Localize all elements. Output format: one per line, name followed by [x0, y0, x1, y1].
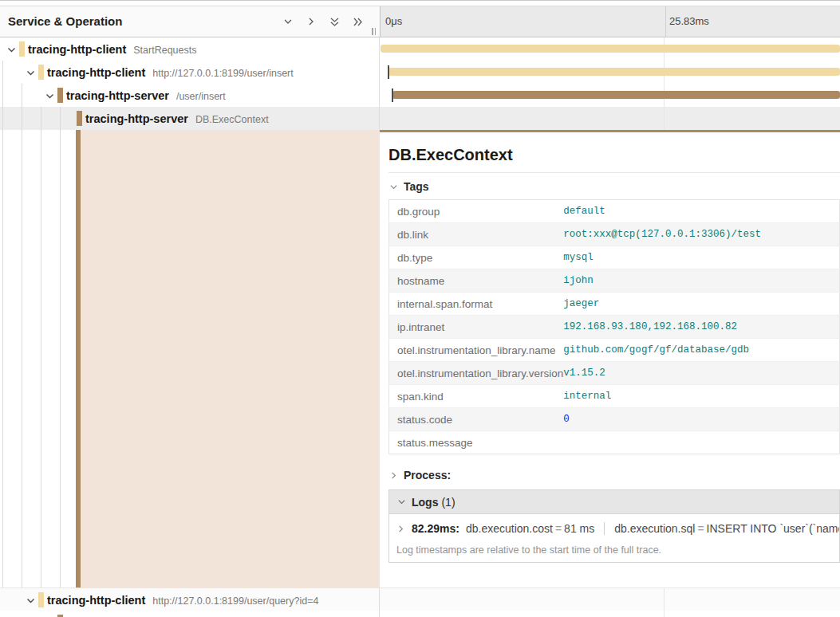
tags-section-header[interactable]: Tags [388, 176, 840, 197]
trace-timeline-view: Service & Operation 0μs 25.83ms [0, 0, 840, 617]
service-color-bar [19, 41, 25, 57]
logs-count: (1) [441, 496, 455, 509]
log-timestamp: 82.29ms: [412, 522, 459, 535]
service-name: tracing-http-server [66, 89, 169, 102]
chevron-right-icon[interactable] [305, 15, 317, 28]
double-chevron-down-icon[interactable] [328, 15, 341, 28]
span-row-user-insert-server[interactable]: tracing-http-server/user/insert [0, 84, 840, 107]
tag-row: ip.intranet192.168.93.180,192.168.100.82 [389, 316, 840, 339]
detail-divider [388, 172, 840, 173]
tag-key: status.code [389, 408, 564, 431]
chevron-right-icon [396, 524, 405, 533]
service-operation-header: Service & Operation [0, 6, 380, 37]
span-row-user-query-client[interactable]: tracing-http-clienthttp://127.0.0.1:8199… [0, 588, 840, 611]
span-row-partial[interactable] [0, 611, 840, 617]
service-name: tracing-http-server [85, 112, 188, 125]
tag-key: db.type [389, 246, 564, 269]
tag-value [563, 431, 839, 454]
tag-value: internal [563, 385, 839, 408]
span-detail-row: DB.ExecContext Tags db.groupdefault db.l… [0, 130, 840, 588]
double-chevron-right-icon[interactable] [351, 15, 364, 28]
tag-row: span.kindinternal [389, 385, 840, 408]
chevron-down-icon[interactable] [26, 595, 36, 605]
service-color-bar [38, 65, 44, 80]
indent-guide [60, 107, 61, 588]
span-detail-indent [0, 130, 380, 588]
tag-row: internal.span.formatjaeger [389, 293, 840, 316]
timeline-header: Service & Operation 0μs 25.83ms [0, 6, 840, 37]
tag-key: otel.instrumentation_library.name [389, 339, 564, 362]
service-color-bar [38, 592, 44, 607]
timeline-ruler: 0μs 25.83ms [380, 6, 840, 37]
tag-row: status.code0 [389, 408, 840, 431]
service-color-bar [77, 111, 82, 126]
tag-key: db.group [389, 200, 564, 223]
operation-name: DB.ExecContext [195, 114, 269, 125]
span-detail-title: DB.ExecContext [388, 145, 840, 164]
tag-row: db.groupdefault [389, 200, 840, 223]
logs-section-label: Logs [412, 496, 438, 509]
chevron-down-icon [396, 497, 406, 507]
log-entry[interactable]: 82.29ms: db.execution.cost=81 ms db.exec… [389, 514, 839, 543]
service-operation-title: Service & Operation [8, 6, 122, 37]
span-duration-bar[interactable] [392, 91, 840, 99]
tag-row: otel.instrumentation_library.versionv1.1… [389, 362, 840, 385]
tag-key: span.kind [389, 385, 564, 408]
chevron-down-icon[interactable] [282, 15, 294, 28]
log-field: db.execution.cost=81 ms [466, 522, 594, 535]
tag-row: status.message [389, 431, 840, 454]
process-section-label: Process: [404, 469, 451, 481]
tag-row: db.typemysql [389, 246, 840, 269]
ruler-tick-label: 25.83ms [669, 6, 709, 37]
chevron-down-icon[interactable] [26, 67, 36, 77]
ruler-gridline [665, 6, 666, 37]
process-section-header[interactable]: Process: [388, 466, 840, 485]
expand-collapse-controls [282, 6, 364, 37]
log-timestamps-note: Log timestamps are relative to the start… [389, 543, 839, 562]
tag-key: status.message [389, 431, 564, 454]
indent-guide [41, 107, 41, 588]
span-start-tick [392, 88, 393, 102]
span-start-tick [388, 65, 389, 79]
operation-name: StartRequests [133, 45, 196, 56]
logs-accordion: Logs (1) 82.29ms: db.execution.cost=81 m… [388, 489, 840, 563]
tag-value: jaeger [563, 293, 839, 316]
tag-value: 0 [563, 408, 839, 431]
tag-row: otel.instrumentation_library.namegithub.… [389, 339, 840, 362]
span-row-db-exec-context[interactable]: tracing-http-serverDB.ExecContext [0, 107, 840, 130]
tag-key: ip.intranet [389, 316, 564, 339]
chevron-right-icon [388, 470, 398, 480]
log-field-divider [604, 522, 605, 535]
tag-key: otel.instrumentation_library.version [389, 362, 564, 385]
span-row-user-insert-client[interactable]: tracing-http-clienthttp://127.0.0.1:8199… [0, 61, 840, 84]
tag-key: internal.span.format [389, 293, 564, 316]
chevron-down-icon[interactable] [6, 44, 17, 54]
timeline-gridline [664, 107, 665, 130]
tag-key: db.link [389, 223, 564, 246]
tag-row: hostnameijohn [389, 269, 840, 293]
tag-row: db.linkroot:xxx@tcp(127.0.0.1:3306)/test [389, 223, 840, 246]
top-strip [0, 0, 840, 6]
logs-section-header[interactable]: Logs (1) [389, 490, 839, 514]
service-color-bar [57, 88, 63, 103]
chevron-down-icon [388, 182, 398, 191]
indent-guide [22, 84, 22, 588]
tag-key: hostname [389, 269, 564, 293]
span-detail-fill [81, 130, 380, 588]
ruler-tick-label: 0μs [385, 6, 402, 37]
operation-name: /user/insert [176, 91, 226, 102]
chevron-down-icon[interactable] [45, 90, 55, 100]
timeline-gridline [664, 611, 665, 617]
span-duration-bar[interactable] [381, 45, 840, 53]
span-detail-panel: DB.ExecContext Tags db.groupdefault db.l… [380, 130, 840, 588]
tag-value: v1.15.2 [563, 362, 839, 385]
operation-name: http://127.0.0.1:8199/user/insert [152, 68, 294, 79]
tag-value: default [563, 200, 839, 223]
operation-name: http://127.0.0.1:8199/user/query?id=4 [152, 595, 318, 607]
column-resize-grip-icon[interactable] [372, 28, 377, 35]
log-field: db.execution.sql=INSERT INTO `user`(`nam… [614, 522, 839, 535]
span-row-start-requests[interactable]: tracing-http-clientStartRequests [0, 37, 840, 61]
span-duration-bar[interactable] [388, 68, 840, 76]
span-rows: tracing-http-clientStartRequests tracing… [0, 37, 840, 617]
service-name: tracing-http-client [47, 66, 145, 79]
